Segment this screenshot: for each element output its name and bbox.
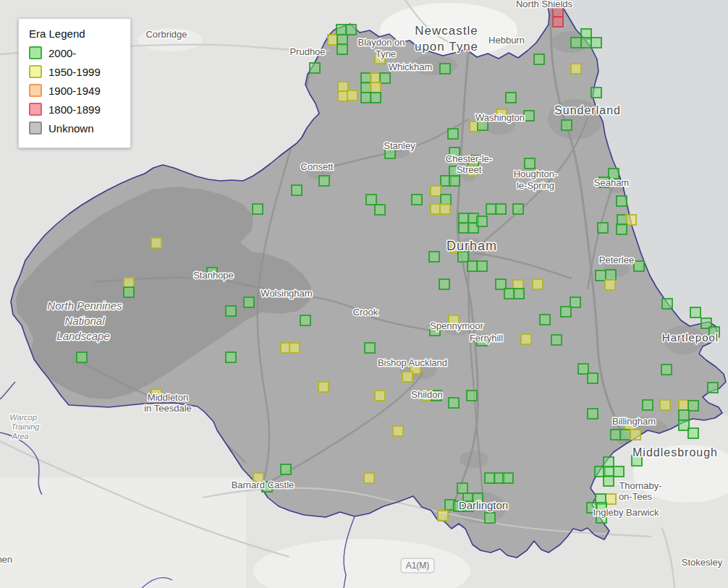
era-marker-g[interactable] <box>617 196 627 206</box>
era-marker-y[interactable] <box>521 334 531 344</box>
era-marker-g[interactable] <box>534 54 544 64</box>
era-marker-g[interactable] <box>661 365 672 375</box>
era-marker-y[interactable] <box>124 278 134 288</box>
era-marker-r[interactable] <box>553 17 563 27</box>
era-marker-g[interactable] <box>429 252 439 262</box>
era-marker-g[interactable] <box>525 158 535 169</box>
era-marker-g[interactable] <box>226 306 236 316</box>
era-marker-g[interactable] <box>319 176 329 186</box>
era-marker-g[interactable] <box>361 82 371 93</box>
era-marker-g[interactable] <box>226 352 236 362</box>
era-marker-g[interactable] <box>371 93 381 103</box>
map-viewport[interactable]: A1(M) HexhamCorbridgePrudhoeNewcastleupo… <box>0 0 728 588</box>
era-marker-g[interactable] <box>244 297 254 307</box>
era-marker-g[interactable] <box>440 64 450 74</box>
era-marker-g[interactable] <box>514 289 524 299</box>
era-marker-g[interactable] <box>361 93 371 103</box>
era-marker-g[interactable] <box>300 315 310 325</box>
era-marker-g[interactable] <box>366 195 376 205</box>
era-marker-y[interactable] <box>679 400 689 410</box>
era-marker-g[interactable] <box>513 204 523 214</box>
era-marker-g[interactable] <box>380 73 390 83</box>
era-marker-g[interactable] <box>634 261 644 271</box>
era-marker-g[interactable] <box>620 430 630 440</box>
era-marker-g[interactable] <box>361 73 371 83</box>
era-marker-g[interactable] <box>77 352 87 362</box>
era-marker-g[interactable] <box>412 195 422 205</box>
era-marker-g[interactable] <box>614 466 624 477</box>
era-marker-g[interactable] <box>690 307 701 318</box>
era-marker-g[interactable] <box>457 483 467 493</box>
era-marker-y[interactable] <box>630 430 640 440</box>
era-marker-g[interactable] <box>441 195 451 205</box>
era-marker-g[interactable] <box>581 38 591 48</box>
era-marker-g[interactable] <box>292 185 302 195</box>
era-marker-y[interactable] <box>318 382 329 392</box>
era-marker-g[interactable] <box>598 223 608 233</box>
era-marker-g[interactable] <box>485 473 495 483</box>
era-marker-g[interactable] <box>562 120 572 130</box>
era-marker-y[interactable] <box>338 91 348 101</box>
era-marker-g[interactable] <box>486 204 496 214</box>
era-marker-g[interactable] <box>688 428 698 438</box>
era-marker-g[interactable] <box>503 473 513 483</box>
era-marker-g[interactable] <box>604 466 614 477</box>
era-marker-g[interactable] <box>337 44 347 54</box>
era-marker-g[interactable] <box>458 252 468 262</box>
era-marker-y[interactable] <box>347 90 357 101</box>
era-marker-g[interactable] <box>551 335 562 345</box>
era-marker-g[interactable] <box>606 270 616 280</box>
era-marker-g[interactable] <box>448 129 458 139</box>
era-marker-g[interactable] <box>591 38 601 48</box>
era-marker-g[interactable] <box>459 213 469 223</box>
era-marker-g[interactable] <box>679 410 689 420</box>
era-marker-g[interactable] <box>467 261 478 271</box>
era-marker-g[interactable] <box>570 297 580 307</box>
era-marker-g[interactable] <box>588 373 598 383</box>
era-marker-g[interactable] <box>459 223 469 233</box>
era-marker-g[interactable] <box>485 513 495 523</box>
era-marker-g[interactable] <box>477 261 487 271</box>
era-marker-g[interactable] <box>337 25 347 35</box>
era-marker-g[interactable] <box>617 224 627 234</box>
era-marker-y[interactable] <box>364 473 374 483</box>
era-marker-y[interactable] <box>402 372 412 382</box>
era-marker-y[interactable] <box>606 494 616 504</box>
era-marker-g[interactable] <box>596 270 606 281</box>
era-marker-g[interactable] <box>449 398 459 408</box>
era-marker-y[interactable] <box>375 391 385 401</box>
era-marker-g[interactable] <box>449 176 460 186</box>
era-marker-y[interactable] <box>289 343 300 353</box>
era-marker-g[interactable] <box>496 204 506 214</box>
era-marker-g[interactable] <box>588 409 598 419</box>
era-marker-g[interactable] <box>439 279 449 289</box>
era-marker-g[interactable] <box>643 400 653 410</box>
era-marker-y[interactable] <box>626 215 636 225</box>
era-marker-y[interactable] <box>440 204 450 214</box>
era-marker-g[interactable] <box>504 289 515 299</box>
era-marker-g[interactable] <box>337 35 347 45</box>
era-marker-g[interactable] <box>467 391 477 401</box>
era-marker-y[interactable] <box>431 186 441 196</box>
era-marker-g[interactable] <box>375 205 385 215</box>
era-marker-g[interactable] <box>688 401 698 411</box>
era-marker-g[interactable] <box>561 307 571 317</box>
era-marker-g[interactable] <box>604 476 614 486</box>
era-marker-y[interactable] <box>371 82 381 93</box>
era-marker-y[interactable] <box>660 400 670 410</box>
era-marker-g[interactable] <box>124 287 134 297</box>
era-marker-y[interactable] <box>371 73 381 83</box>
era-marker-y[interactable] <box>393 426 403 436</box>
era-marker-y[interactable] <box>431 204 441 214</box>
era-marker-g[interactable] <box>708 383 718 393</box>
era-marker-y[interactable] <box>438 511 448 521</box>
era-marker-g[interactable] <box>540 315 550 325</box>
era-marker-g[interactable] <box>253 204 263 214</box>
era-marker-g[interactable] <box>281 464 291 474</box>
era-marker-g[interactable] <box>662 299 672 309</box>
era-marker-y[interactable] <box>533 279 543 289</box>
era-marker-g[interactable] <box>611 430 621 440</box>
era-marker-y[interactable] <box>328 35 338 45</box>
era-marker-g[interactable] <box>524 111 534 121</box>
era-marker-g[interactable] <box>679 420 689 430</box>
